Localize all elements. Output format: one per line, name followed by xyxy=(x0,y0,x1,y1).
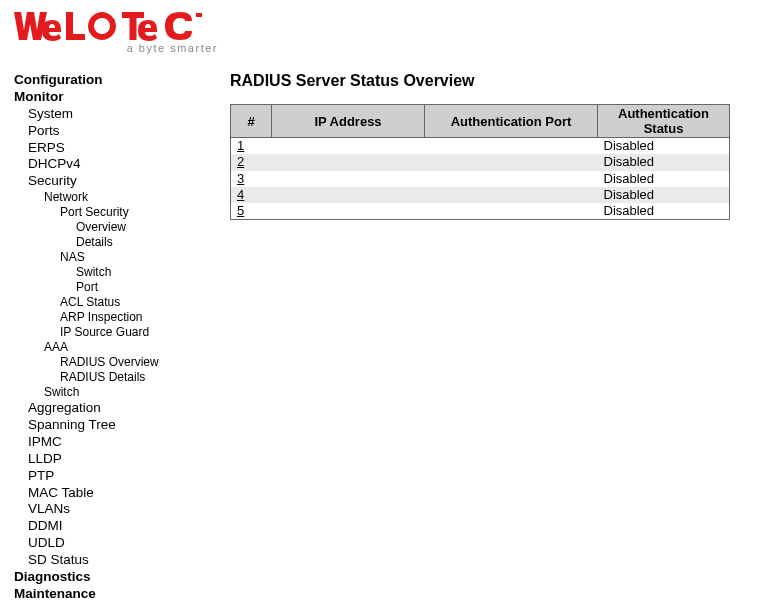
nav-acl-status[interactable]: ACL Status xyxy=(14,295,202,310)
nav-erps[interactable]: ERPS xyxy=(14,140,202,157)
svg-rect-0 xyxy=(196,13,202,17)
nav-vlans[interactable]: VLANs xyxy=(14,501,202,518)
table-row: 4Disabled xyxy=(231,187,730,203)
nav-radius-overview[interactable]: RADIUS Overview xyxy=(14,355,202,370)
cell-auth-port xyxy=(425,154,598,170)
col-ip: IP Address xyxy=(272,105,425,138)
content-pane: RADIUS Server Status Overview # IP Addre… xyxy=(202,72,756,220)
cell-auth-status: Disabled xyxy=(598,203,730,220)
row-link[interactable]: 2 xyxy=(237,154,244,169)
nav-overview[interactable]: Overview xyxy=(14,220,202,235)
nav-arp-inspection[interactable]: ARP Inspection xyxy=(14,310,202,325)
cell-ip xyxy=(272,154,425,170)
nav-lldp[interactable]: LLDP xyxy=(14,451,202,468)
nav-ports[interactable]: Ports xyxy=(14,123,202,140)
nav-diagnostics[interactable]: Diagnostics xyxy=(14,569,202,586)
nav-nas-switch[interactable]: Switch xyxy=(14,265,202,280)
cell-auth-port xyxy=(425,203,598,220)
nav-ddmi[interactable]: DDMI xyxy=(14,518,202,535)
cell-auth-port xyxy=(425,138,598,155)
nav-network[interactable]: Network xyxy=(14,190,202,205)
row-link[interactable]: 4 xyxy=(237,187,244,202)
cell-auth-port xyxy=(425,171,598,187)
cell-auth-status: Disabled xyxy=(598,154,730,170)
nav-switch[interactable]: Switch xyxy=(14,385,202,400)
table-row: 5Disabled xyxy=(231,203,730,220)
table-row: 3Disabled xyxy=(231,171,730,187)
cell-auth-status: Disabled xyxy=(598,171,730,187)
row-link[interactable]: 5 xyxy=(237,203,244,218)
nav-nas-port[interactable]: Port xyxy=(14,280,202,295)
nav-sd-status[interactable]: SD Status xyxy=(14,552,202,569)
cell-ip xyxy=(272,187,425,203)
nav-nas[interactable]: NAS xyxy=(14,250,202,265)
nav-ip-source-guard[interactable]: IP Source Guard xyxy=(14,325,202,340)
header: a byte smarter xyxy=(0,0,770,54)
nav-maintenance[interactable]: Maintenance xyxy=(14,586,202,602)
nav-ptp[interactable]: PTP xyxy=(14,468,202,485)
nav-monitor[interactable]: Monitor xyxy=(14,89,202,106)
nav-details[interactable]: Details xyxy=(14,235,202,250)
col-num: # xyxy=(231,105,272,138)
nav-system[interactable]: System xyxy=(14,106,202,123)
cell-ip xyxy=(272,171,425,187)
col-auth-status: Authentication Status xyxy=(598,105,730,138)
nav-udld[interactable]: UDLD xyxy=(14,535,202,552)
cell-auth-status: Disabled xyxy=(598,187,730,203)
table-row: 1Disabled xyxy=(231,138,730,155)
brand-logo xyxy=(14,10,218,44)
nav-mac-table[interactable]: MAC Table xyxy=(14,485,202,502)
table-row: 2Disabled xyxy=(231,154,730,170)
nav-radius-details[interactable]: RADIUS Details xyxy=(14,370,202,385)
nav-port-security[interactable]: Port Security xyxy=(14,205,202,220)
row-link[interactable]: 1 xyxy=(237,138,244,153)
nav-aaa[interactable]: AAA xyxy=(14,340,202,355)
nav-security[interactable]: Security xyxy=(14,173,202,190)
nav-ipmc[interactable]: IPMC xyxy=(14,434,202,451)
cell-auth-port xyxy=(425,187,598,203)
col-auth-port: Authentication Port xyxy=(425,105,598,138)
row-link[interactable]: 3 xyxy=(237,171,244,186)
cell-ip xyxy=(272,203,425,220)
brand-tagline: a byte smarter xyxy=(14,42,218,54)
cell-auth-status: Disabled xyxy=(598,138,730,155)
radius-status-table: # IP Address Authentication Port Authent… xyxy=(230,104,730,220)
nav-spanning-tree[interactable]: Spanning Tree xyxy=(14,417,202,434)
nav-configuration[interactable]: Configuration xyxy=(14,72,202,89)
nav-dhcpv4[interactable]: DHCPv4 xyxy=(14,156,202,173)
cell-ip xyxy=(272,138,425,155)
sidebar-nav: Configuration Monitor System Ports ERPS … xyxy=(14,72,202,602)
page-title: RADIUS Server Status Overview xyxy=(230,72,756,90)
nav-aggregation[interactable]: Aggregation xyxy=(14,400,202,417)
